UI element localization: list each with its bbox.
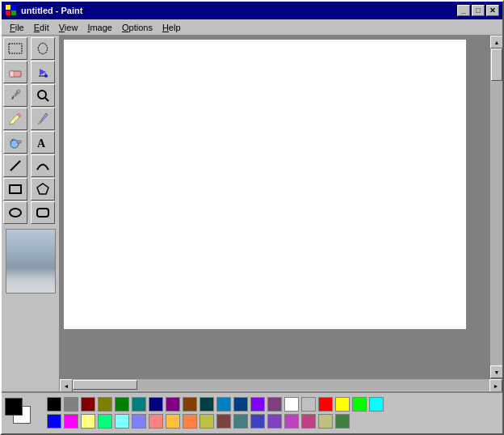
svg-rect-6	[10, 71, 14, 77]
svg-point-22	[10, 209, 21, 217]
palette-color[interactable]	[98, 397, 112, 412]
palette-color[interactable]	[233, 414, 248, 429]
tool-polygon[interactable]	[31, 178, 55, 201]
tool-line[interactable]	[3, 154, 27, 177]
scroll-v-thumb[interactable]	[491, 49, 502, 81]
tool-ellipse[interactable]	[3, 201, 27, 224]
svg-point-9	[38, 91, 46, 99]
svg-rect-13	[17, 141, 21, 143]
menu-help[interactable]: Help	[158, 22, 186, 33]
app-icon	[5, 4, 18, 17]
maximize-button[interactable]: □	[472, 5, 485, 16]
palette-color[interactable]	[115, 414, 129, 429]
menu-view[interactable]: View	[54, 22, 83, 33]
tool-magnify[interactable]	[31, 84, 55, 107]
palette-color[interactable]	[200, 414, 214, 429]
scroll-left-button[interactable]: ◄	[60, 379, 73, 391]
palette-color[interactable]	[216, 397, 231, 412]
svg-rect-3	[11, 11, 16, 15]
tool-select-rect[interactable]	[3, 37, 27, 60]
toolbar: A	[2, 36, 60, 391]
close-button[interactable]: ✕	[486, 5, 499, 16]
scroll-up-button[interactable]: ▲	[490, 36, 502, 49]
scrollbar-horizontal[interactable]: ◄ ►	[60, 378, 502, 391]
palette-color[interactable]	[149, 414, 163, 429]
tool-rounded-rect[interactable]	[31, 201, 55, 224]
tool-eraser[interactable]	[3, 61, 27, 83]
color-selector	[5, 398, 36, 429]
palette-color[interactable]	[318, 414, 333, 429]
palette-color[interactable]	[47, 397, 61, 412]
palette-color[interactable]	[267, 414, 282, 429]
palette-color[interactable]	[216, 414, 231, 429]
tool-curve[interactable]	[31, 154, 55, 177]
scroll-h-thumb[interactable]	[73, 380, 137, 390]
main-window: untitled - Paint _ □ ✕ File Edit View Im…	[0, 0, 504, 435]
palette-color[interactable]	[352, 397, 367, 412]
svg-line-19	[10, 161, 20, 171]
fg-color-box[interactable]	[5, 398, 23, 416]
palette-color[interactable]	[284, 414, 299, 429]
scroll-h-track[interactable]	[73, 379, 489, 391]
palette-color[interactable]	[301, 397, 316, 412]
palette-color[interactable]	[335, 397, 350, 412]
image-thumbnail	[6, 229, 56, 294]
scrollbar-vertical[interactable]: ▲ ▼	[489, 36, 502, 378]
scroll-right-button[interactable]: ►	[489, 379, 502, 391]
svg-rect-20	[10, 185, 21, 193]
menu-options[interactable]: Options	[117, 22, 158, 33]
palette-color[interactable]	[301, 414, 316, 429]
palette-color[interactable]	[149, 397, 163, 412]
palette-color[interactable]	[132, 397, 146, 412]
bottom-panel	[2, 391, 502, 433]
svg-point-14	[11, 139, 13, 141]
svg-rect-2	[6, 5, 10, 10]
palette-color[interactable]	[284, 397, 299, 412]
palette-color[interactable]	[250, 414, 265, 429]
palette-color[interactable]	[183, 397, 197, 412]
palette-color[interactable]	[81, 397, 95, 412]
palette-color[interactable]	[200, 397, 214, 412]
palette-color[interactable]	[115, 397, 129, 412]
color-palette	[47, 397, 385, 430]
palette-color[interactable]	[250, 397, 265, 412]
svg-point-8	[17, 90, 20, 93]
main-content: A	[2, 36, 502, 391]
tool-pencil[interactable]	[3, 108, 27, 130]
palette-color[interactable]	[233, 397, 248, 412]
window-title: untitled - Paint	[21, 6, 82, 15]
palette-color[interactable]	[369, 397, 384, 412]
palette-color[interactable]	[183, 414, 197, 429]
palette-color[interactable]	[98, 414, 112, 429]
palette-color[interactable]	[132, 414, 146, 429]
scroll-v-track[interactable]	[490, 49, 502, 365]
tool-select-free[interactable]	[31, 37, 55, 60]
scroll-down-button[interactable]: ▼	[490, 365, 502, 378]
drawing-canvas[interactable]	[63, 39, 467, 330]
palette-color[interactable]	[81, 414, 95, 429]
palette-color[interactable]	[166, 414, 180, 429]
menu-edit[interactable]: Edit	[29, 22, 54, 33]
tool-brush[interactable]	[31, 108, 55, 130]
window-controls: _ □ ✕	[457, 5, 499, 16]
palette-color[interactable]	[318, 397, 333, 412]
tool-airbrush[interactable]	[3, 131, 27, 154]
svg-marker-21	[37, 184, 48, 194]
tool-rect[interactable]	[3, 178, 27, 201]
palette-color[interactable]	[47, 414, 61, 429]
menu-image[interactable]: Image	[82, 22, 117, 33]
minimize-button[interactable]: _	[457, 5, 470, 16]
svg-point-16	[13, 138, 15, 140]
canvas-container: ▲ ▼ ◄ ►	[60, 36, 502, 391]
menu-file[interactable]: File	[5, 22, 29, 33]
svg-rect-1	[11, 5, 16, 10]
palette-color[interactable]	[267, 397, 282, 412]
palette-color[interactable]	[64, 414, 78, 429]
tool-fill[interactable]	[31, 61, 55, 83]
tool-eyedropper[interactable]	[3, 84, 27, 107]
palette-color[interactable]	[335, 414, 350, 429]
palette-color[interactable]	[166, 397, 180, 412]
palette-color[interactable]	[64, 397, 78, 412]
tool-text[interactable]: A	[31, 131, 55, 154]
svg-text:A: A	[37, 137, 46, 150]
